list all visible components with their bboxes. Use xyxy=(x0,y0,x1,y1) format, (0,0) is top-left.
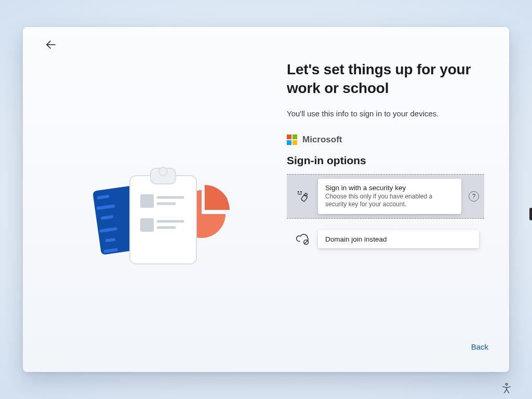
svg-point-15 xyxy=(301,191,302,192)
option-domain-join[interactable]: Domain join instead xyxy=(287,227,484,251)
svg-point-14 xyxy=(298,191,299,192)
back-link[interactable]: Back xyxy=(471,342,488,351)
help-icon[interactable]: ? xyxy=(469,191,479,202)
svg-point-20 xyxy=(506,383,508,385)
option-security-key[interactable]: Sign in with a security key Choose this … xyxy=(287,174,484,219)
right-pane: Let's set things up for your work or sch… xyxy=(287,60,486,251)
accessibility-button[interactable] xyxy=(499,380,514,396)
arrow-left-icon xyxy=(45,38,57,51)
svg-rect-5 xyxy=(130,176,196,264)
microsoft-logo-icon xyxy=(287,135,297,145)
option-security-key-desc: Choose this only if you have enabled a s… xyxy=(325,193,454,209)
page-title: Let's set things up for your work or sch… xyxy=(287,60,486,98)
option-domain-join-card: Domain join instead xyxy=(318,230,479,248)
security-key-icon xyxy=(295,189,311,204)
accessibility-icon xyxy=(501,382,512,394)
svg-rect-8 xyxy=(140,194,154,208)
cloud-blocked-icon xyxy=(295,231,311,247)
signin-options-list: Sign in with a security key Choose this … xyxy=(287,174,484,251)
microsoft-brand: Microsoft xyxy=(287,135,486,145)
option-security-key-card: Sign in with a security key Choose this … xyxy=(318,179,461,214)
back-arrow-button[interactable] xyxy=(42,35,60,54)
signin-options-heading: Sign-in options xyxy=(287,154,486,167)
microsoft-brand-text: Microsoft xyxy=(302,135,342,145)
svg-line-19 xyxy=(304,241,308,244)
svg-point-7 xyxy=(159,167,167,176)
setup-card: Let's set things up for your work or sch… xyxy=(23,27,509,372)
option-security-key-title: Sign in with a security key xyxy=(325,184,454,192)
setup-illustration xyxy=(52,145,239,270)
option-domain-join-title: Domain join instead xyxy=(325,235,472,243)
edge-tab-handle[interactable] xyxy=(529,208,532,220)
svg-rect-11 xyxy=(140,218,154,232)
page-subtitle: You'll use this info to sign in to your … xyxy=(287,109,486,118)
